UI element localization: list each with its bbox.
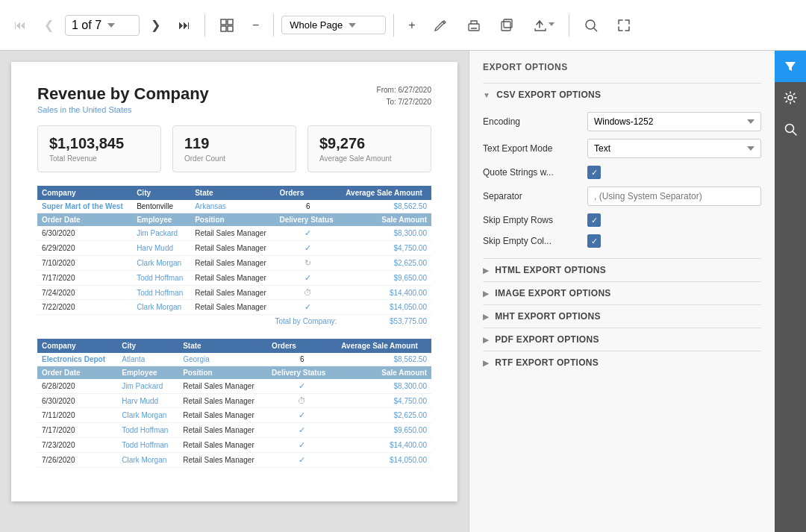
col-state: State [190, 186, 275, 200]
rtf-section-header[interactable]: ▶ RTF EXPORT OPTIONS [483, 351, 761, 374]
search-toolbar-button[interactable] [577, 13, 605, 38]
html-section-header[interactable]: ▶ HTML EXPORT OPTIONS [483, 258, 761, 281]
settings-sidebar-button[interactable] [775, 82, 806, 113]
skip-empty-rows-checkbox[interactable]: ✓ [587, 213, 601, 227]
total-label: Total by Company: [37, 315, 341, 328]
search-sidebar-icon [783, 122, 798, 137]
report-header: Revenue by Company Sales in the United S… [37, 84, 431, 114]
sub-col-delivery: Delivery Status [275, 213, 341, 227]
toolbar: ⏮ ❮ 1 of 7 ❯ ⏭ − Whole Page + [0, 0, 806, 51]
col-avg-sale: Average Sale Amount [341, 186, 431, 200]
report-subtitle: Sales in the United States [37, 105, 209, 114]
report-title-block: Revenue by Company Sales in the United S… [37, 84, 209, 114]
check-icon: ✓ [304, 228, 311, 237]
fullscreen-button[interactable] [610, 13, 638, 38]
svg-point-7 [586, 20, 595, 29]
sync-icon: ↻ [304, 258, 311, 267]
separator-input[interactable] [587, 187, 761, 206]
page-selector[interactable]: 1 of 7 [65, 15, 140, 36]
share-button[interactable] [525, 13, 561, 38]
page-info-label: 1 of 7 [72, 19, 101, 32]
panel-title: EXPORT OPTIONS [483, 62, 761, 72]
svg-line-11 [793, 131, 796, 135]
image-section-header[interactable]: ▶ IMAGE EXPORT OPTIONS [483, 281, 761, 304]
report-dates: From: 6/27/2020 To: 7/27/2020 [377, 84, 431, 108]
html-section-label: HTML EXPORT OPTIONS [495, 265, 606, 275]
encoding-select[interactable]: Windows-1252 [587, 112, 761, 131]
table-2: Company City State Orders Average Sale A… [37, 339, 431, 468]
table-1-group-row: Super Mart of the West Bentonville Arkan… [37, 200, 431, 213]
quote-checkbox[interactable]: ✓ [587, 166, 601, 179]
prev-page-button[interactable]: ❮ [37, 13, 60, 37]
table-row: 7/23/2020Todd HoffmanRetail Sales Manage… [37, 438, 431, 453]
pdf-section-header[interactable]: ▶ PDF EXPORT OPTIONS [483, 328, 761, 351]
zoom-label: Whole Page [290, 19, 343, 31]
last-page-button[interactable]: ⏭ [172, 13, 197, 37]
edit-button[interactable] [427, 13, 455, 38]
skip-empty-cols-row: Skip Empty Col... ✓ [483, 234, 761, 248]
table-row: 7/26/2020Clark MorganRetail Sales Manage… [37, 453, 431, 468]
kpi-order-count-label: Order Count [184, 154, 284, 163]
svg-point-9 [788, 96, 793, 100]
encoding-label: Encoding [483, 116, 580, 127]
zoom-in-button[interactable]: + [402, 13, 422, 37]
skip-empty-cols-label: Skip Empty Col... [483, 236, 580, 246]
csv-section-header[interactable]: ▼ CSV EXPORT OPTIONS [483, 83, 761, 106]
kpi-avg-sale: $9,276 Average Sale Amount [307, 125, 431, 172]
text-mode-row: Text Export Mode Text [483, 139, 761, 158]
col-company: Company [37, 186, 132, 200]
clone-button[interactable] [493, 13, 521, 38]
zoom-selector[interactable]: Whole Page [281, 16, 386, 34]
sub-col-employee: Employee [132, 213, 190, 227]
filter-sidebar-button[interactable] [775, 51, 806, 82]
svg-rect-4 [469, 24, 479, 31]
gear-icon [783, 90, 798, 105]
html-arrow-icon: ▶ [483, 266, 489, 275]
pdf-arrow-icon: ▶ [483, 336, 489, 344]
sub-col-amount: Sale Amount [341, 213, 431, 227]
search-sidebar-button[interactable] [775, 113, 806, 145]
print-button[interactable] [460, 13, 488, 38]
table-row: 6/30/2020Jim PackardRetail Sales Manager… [37, 226, 431, 241]
col-city: City [132, 186, 190, 200]
image-section-label: IMAGE EXPORT OPTIONS [495, 288, 610, 298]
mht-section-header[interactable]: ▶ MHT EXPORT OPTIONS [483, 304, 761, 328]
company-name-2: Electronics Depot [37, 353, 117, 366]
quote-strings-row: Quote Strings w... ✓ [483, 166, 761, 179]
next-page-button[interactable]: ❯ [144, 13, 167, 37]
text-mode-select[interactable]: Text [587, 139, 761, 158]
kpi-avg-sale-label: Average Sale Amount [319, 154, 419, 163]
to-label: To: [386, 98, 396, 106]
report-area[interactable]: Revenue by Company Sales in the United S… [0, 51, 469, 532]
main-layout: Revenue by Company Sales in the United S… [0, 51, 806, 532]
mht-arrow-icon: ▶ [483, 313, 489, 321]
svg-rect-1 [228, 19, 233, 25]
separator-4 [569, 14, 569, 37]
check-icon: ✓ [299, 425, 305, 434]
company-orders-2: 6 [267, 353, 337, 366]
kpi-avg-sale-value: $9,276 [319, 135, 419, 152]
sub-col-position: Position [190, 213, 275, 227]
grid-view-button[interactable] [213, 13, 241, 38]
table-1-col-headers: Company City State Orders Average Sale A… [37, 186, 431, 200]
kpi-total-revenue-label: Total Revenue [49, 154, 149, 163]
check-icon: ✓ [299, 410, 305, 419]
fullscreen-icon [616, 18, 631, 33]
clock-icon: ⏱ [304, 288, 312, 297]
edit-icon [434, 18, 449, 33]
company-city-2: Atlanta [117, 353, 178, 366]
first-page-button[interactable]: ⏮ [7, 13, 33, 37]
company-orders-1: 6 [275, 200, 341, 213]
rtf-arrow-icon: ▶ [483, 359, 489, 367]
svg-line-8 [593, 28, 597, 31]
check-icon: ✓ [304, 302, 311, 311]
table-row: 7/11/2020Clark MorganRetail Sales Manage… [37, 408, 431, 423]
from-date: 6/27/2020 [399, 86, 432, 94]
skip-empty-cols-checkbox[interactable]: ✓ [587, 234, 601, 248]
kpi-order-count-value: 119 [184, 135, 284, 152]
zoom-out-button[interactable]: − [246, 13, 266, 37]
report-page: Revenue by Company Sales in the United S… [11, 62, 457, 501]
col-orders: Orders [275, 186, 341, 200]
svg-rect-3 [228, 26, 233, 31]
table-row: 7/17/2020Todd HoffmanRetail Sales Manage… [37, 271, 431, 286]
